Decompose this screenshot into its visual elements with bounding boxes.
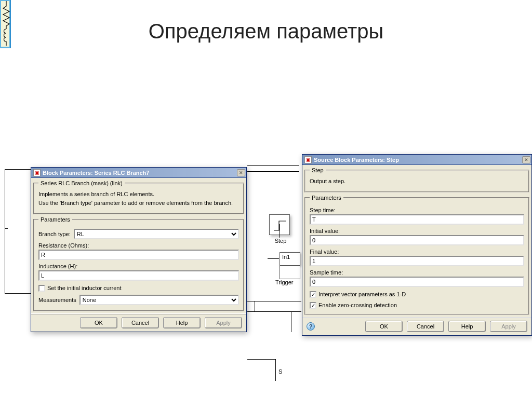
initial-inductor-row[interactable]: Set the initial inductor current (38, 285, 239, 292)
sim-wire (5, 293, 31, 294)
sim-wire (247, 311, 301, 312)
sim-wire (247, 171, 299, 172)
description-line: Implements a series branch of RLC elemen… (38, 190, 239, 198)
close-icon[interactable]: ✕ (522, 156, 530, 163)
sim-wire (247, 301, 301, 301)
description-line: Use the 'Branch type' parameter to add o… (38, 199, 239, 207)
apply-button[interactable]: Apply (490, 321, 527, 332)
sim-trigger-label: Trigger (275, 279, 293, 285)
branch-type-row: Branch type: RL (38, 229, 239, 239)
ok-button[interactable]: OK (365, 321, 403, 332)
group-description-title: Step (310, 167, 326, 173)
group-parameters: Parameters Step time: Initial value: Fin… (304, 195, 529, 315)
resistance-input[interactable] (38, 250, 239, 260)
zero-crossing-row[interactable]: ✓ Enable zero-crossing detection (310, 302, 524, 309)
cancel-button[interactable]: Cancel (407, 321, 444, 332)
resistance-label: Resistance (Ohms): (38, 242, 239, 249)
close-icon[interactable]: ✕ (237, 169, 245, 176)
measurements-label: Measurements (38, 297, 76, 303)
resistance-row: Resistance (Ohms): (38, 242, 239, 260)
sim-wire (275, 359, 276, 381)
measurements-select[interactable]: None (79, 295, 239, 305)
step-time-row: Step time: (310, 207, 524, 225)
group-description-title: Series RLC Branch (mask) (link) (38, 180, 125, 186)
initial-value-row: Initial value: (310, 228, 524, 245)
sim-in1-label: In1 (282, 254, 290, 260)
sim-wire (247, 165, 299, 166)
help-button[interactable]: Help (163, 317, 201, 328)
group-description: Step Output a step. (304, 167, 529, 193)
titlebar-title: Block Parameters: Series RLC Branch7 (43, 170, 237, 176)
cancel-button[interactable]: Cancel (122, 317, 159, 328)
sim-rlc-block (0, 0, 10, 48)
app-icon: ▣ (33, 169, 41, 176)
titlebar[interactable]: ▣ Block Parameters: Series RLC Branch7 ✕ (31, 168, 246, 178)
sample-time-label: Sample time: (310, 269, 524, 276)
checkbox-checked-icon[interactable]: ✓ (310, 302, 316, 309)
group-description: Series RLC Branch (mask) (link) Implemen… (33, 180, 244, 214)
sim-wire (291, 311, 291, 332)
dialog-block-parameters: ▣ Block Parameters: Series RLC Branch7 ✕… (31, 167, 247, 332)
interpret-vector-row[interactable]: ✓ Interpret vector parameters as 1-D (310, 291, 524, 298)
group-parameters-title: Parameters (38, 216, 72, 223)
sim-wire (255, 301, 255, 311)
inductance-input[interactable] (38, 270, 239, 281)
step-time-input[interactable] (310, 214, 524, 225)
inductance-row: Inductance (H): (38, 263, 239, 281)
description-line: Output a step. (310, 177, 524, 185)
sample-time-input[interactable] (310, 277, 524, 287)
sample-time-row: Sample time: (310, 269, 524, 287)
initial-value-label: Initial value: (310, 228, 524, 234)
help-button[interactable]: Help (448, 321, 486, 332)
sim-wire (280, 224, 280, 238)
checkbox-unchecked-icon[interactable] (38, 285, 45, 292)
ok-button[interactable]: OK (80, 317, 117, 328)
sim-wire (5, 169, 5, 294)
final-value-input[interactable] (310, 256, 524, 266)
apply-button[interactable]: Apply (205, 317, 242, 328)
sim-s-label: S (278, 368, 282, 375)
inductance-label: Inductance (H): (38, 263, 239, 269)
sim-wire (268, 258, 279, 259)
titlebar[interactable]: ▣ Source Block Parameters: Step ✕ (302, 155, 531, 165)
measurements-row: Measurements None (38, 295, 239, 305)
button-bar: ? OK Cancel Help Apply (302, 317, 531, 335)
final-value-label: Final value: (310, 249, 524, 255)
sim-step-label: Step (269, 238, 292, 244)
help-icon[interactable]: ? (307, 322, 315, 331)
interpret-vector-label: Interpret vector parameters as 1-D (318, 291, 406, 297)
sim-trigger-block (280, 266, 300, 279)
group-parameters: Parameters Branch type: RL Resistance (O… (33, 216, 244, 311)
button-bar: OK Cancel Help Apply (31, 313, 246, 332)
branch-type-select[interactable]: RL (74, 229, 239, 239)
group-parameters-title: Parameters (310, 195, 343, 201)
checkbox-checked-icon[interactable]: ✓ (310, 291, 316, 298)
initial-inductor-label: Set the initial inductor current (47, 285, 121, 291)
zero-crossing-label: Enable zero-crossing detection (318, 302, 397, 308)
initial-value-input[interactable] (310, 235, 524, 245)
dialog-source-block-parameters: ▣ Source Block Parameters: Step ✕ Step O… (302, 154, 532, 336)
app-icon: ▣ (304, 156, 312, 163)
sim-wire (5, 169, 31, 170)
final-value-row: Final value: (310, 249, 524, 266)
titlebar-title: Source Block Parameters: Step (314, 157, 522, 163)
branch-type-label: Branch type: (38, 231, 71, 237)
sim-wire (247, 359, 276, 360)
step-time-label: Step time: (310, 207, 524, 213)
